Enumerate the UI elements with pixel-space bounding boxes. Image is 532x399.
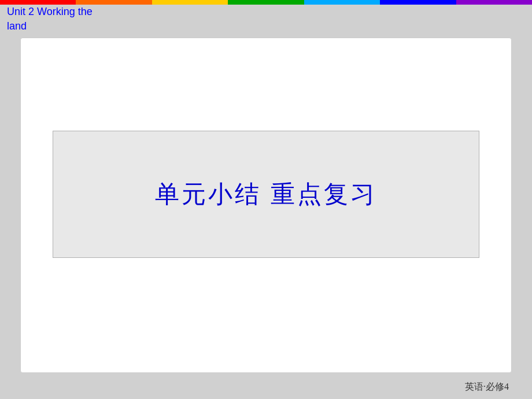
bar-yellow	[152, 0, 228, 5]
main-text: 单元小结 重点复习	[155, 178, 377, 210]
footer-label: 英语·必修4	[465, 381, 509, 393]
main-slide: 单元小结 重点复习	[20, 38, 512, 373]
bar-purple	[456, 0, 532, 5]
content-box: 单元小结 重点复习	[53, 131, 479, 258]
title-line1: Unit 2 Working the	[7, 6, 93, 17]
bar-green	[228, 0, 304, 5]
bar-blue	[380, 0, 456, 5]
title-line2: land	[7, 20, 27, 32]
bar-lightblue	[304, 0, 380, 5]
slide-title: Unit 2 Working the land	[0, 0, 99, 38]
